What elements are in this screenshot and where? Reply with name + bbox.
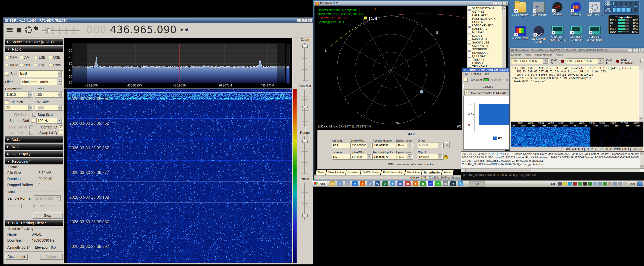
minimize-icon[interactable]: – bbox=[297, 18, 302, 22]
spectrum-canvas[interactable] bbox=[64, 38, 292, 88]
log-hscrollbar[interactable] bbox=[461, 168, 640, 172]
menu-item[interactable]: View bbox=[525, 53, 531, 56]
spectrum-display[interactable]: 0 -10 -20 -30 -40 -50 -60 436.960M 436.9… bbox=[64, 38, 292, 88]
satellite-list-item[interactable]: NASBSAT-2 bbox=[467, 27, 502, 31]
mode-radio[interactable]: CW bbox=[34, 63, 49, 67]
chevron-down-icon[interactable]: ▼ bbox=[57, 79, 62, 85]
log-vscrollbar[interactable]: ▲▼ bbox=[640, 152, 644, 169]
quick-launch-icon[interactable]: ● bbox=[360, 181, 365, 186]
azimuth-field[interactable]: 80.9 bbox=[332, 143, 350, 148]
satellite-checkbox[interactable] bbox=[468, 7, 471, 10]
scroll-up-icon[interactable]: ▲ bbox=[639, 66, 643, 70]
lockcarrier-checkbox[interactable] bbox=[29, 125, 33, 129]
mode-radio[interactable]: USB bbox=[49, 55, 63, 59]
desktop-icon[interactable]: ↗ CwGet bbox=[548, 2, 567, 22]
quick-launch-icon[interactable]: ✶ bbox=[413, 181, 418, 186]
satellite-checkbox[interactable] bbox=[468, 65, 471, 68]
satellite-list-item[interactable]: TRISAT-4 bbox=[467, 58, 502, 61]
waterfall-canvas[interactable] bbox=[64, 89, 292, 263]
satellite-checkbox[interactable] bbox=[468, 45, 471, 47]
satellite-list-item[interactable]: GALAPAGOS bbox=[467, 13, 502, 17]
quick-launch-icon[interactable]: W bbox=[375, 181, 380, 186]
panel-header-dde[interactable]: ▼DDE Tracking Client * bbox=[5, 220, 63, 226]
disconnect-button[interactable]: Disconnect bbox=[5, 254, 28, 260]
close-icon[interactable]: × bbox=[638, 48, 643, 52]
tray-icon[interactable] bbox=[558, 182, 562, 186]
swapiq-checkbox[interactable] bbox=[59, 131, 63, 135]
satellite-list-item[interactable]: MULE-4T bbox=[467, 30, 502, 34]
taskbar-clock[interactable]: 2:39 bbox=[630, 182, 635, 185]
satellite-list-item[interactable]: NASBSAT-1 bbox=[467, 37, 502, 41]
maximize-icon[interactable]: □ bbox=[633, 48, 638, 52]
desktop-icon[interactable]: ↗ Sat Network Client bbox=[530, 26, 548, 49]
dnlink-dropdown[interactable]: 436.965000▼ bbox=[350, 143, 373, 148]
bandwidth-spinner[interactable]: ▲▼ bbox=[28, 92, 32, 97]
soundmodem-waterfall[interactable] bbox=[511, 127, 643, 147]
log-lines[interactable]: 2026-03-30 23:39:34.201: HTTP/1.1 201 Cr… bbox=[462, 152, 639, 168]
stop-recording-button[interactable]: Stop bbox=[32, 212, 63, 219]
satellite-list-item[interactable]: CSTP-3.1 bbox=[467, 10, 502, 14]
waterfall-display[interactable]: 2026-03-30 23:39:55Z 2026-03-30 23:39:46… bbox=[64, 89, 292, 263]
mode-radio[interactable]: AM bbox=[20, 55, 34, 59]
bandwidth-field[interactable]: 11610▲▼ bbox=[5, 92, 33, 98]
panel-header[interactable]: ▶Audio bbox=[5, 136, 63, 143]
order-field[interactable]: 100▲▼ bbox=[35, 92, 63, 98]
desktop-icon[interactable]: ↗ Bias Tee ON bbox=[586, 2, 604, 22]
panel-header-radio[interactable]: ▼Radio bbox=[5, 46, 63, 52]
satellite-marker[interactable] bbox=[364, 17, 367, 19]
uplink-dropdown[interactable]: 145.000▼ bbox=[350, 154, 373, 160]
mode-radio[interactable]: RAW bbox=[49, 63, 63, 67]
start-button[interactable]: Пуск bbox=[313, 181, 327, 187]
tray-icon[interactable] bbox=[618, 182, 622, 186]
chevron-down-icon[interactable]: ▼ bbox=[408, 154, 412, 159]
satellite-checkbox[interactable] bbox=[468, 62, 471, 64]
scroll-down-icon[interactable]: ▼ bbox=[639, 117, 643, 121]
allow-transfer-checkbox[interactable]: ✓ bbox=[464, 91, 468, 95]
chevron-down-icon[interactable]: ▼ bbox=[438, 154, 442, 159]
desktop-icon[interactable]: ↗ GetKISS+ TU_Berlin bbox=[567, 26, 585, 49]
zoom-slider[interactable]: Zoom bbox=[298, 38, 312, 81]
tray-icon[interactable] bbox=[568, 182, 572, 186]
satellite-list-item[interactable]: QMR-KWT-2 bbox=[467, 44, 502, 48]
uplink-mode-dropdown[interactable]: FM-N▼ bbox=[396, 154, 413, 160]
quick-launch-icon[interactable]: ▤ bbox=[337, 181, 343, 186]
squelch-field[interactable]: 55▲▼ bbox=[5, 105, 33, 111]
satellite-checkbox[interactable] bbox=[468, 17, 471, 20]
packet-monitor[interactable]: 1:Fm KK6HIT-6 To N6CP-1 <UI R Pid=CC Len… bbox=[511, 66, 639, 121]
orbitron-tab[interactable]: Rotor/Radio bbox=[421, 170, 442, 175]
tray-icon[interactable] bbox=[583, 182, 587, 186]
satellite-checkbox[interactable] bbox=[468, 55, 471, 58]
contrast-slider-thumb[interactable] bbox=[302, 106, 308, 108]
offset-slider-thumb[interactable] bbox=[302, 214, 308, 217]
satellite-checkbox[interactable] bbox=[468, 48, 471, 51]
snap-checkbox[interactable] bbox=[31, 119, 35, 123]
tray-icon[interactable] bbox=[623, 182, 627, 186]
satellite-checkbox[interactable] bbox=[468, 10, 471, 13]
mode-radio[interactable]: LSB bbox=[34, 55, 49, 59]
mode-radio[interactable]: DSB bbox=[20, 63, 34, 67]
getkiss-tab[interactable]: GetKISS bbox=[463, 84, 513, 90]
dcd-threshold-slider[interactable] bbox=[640, 59, 643, 63]
orbitron-tab[interactable]: Prediction bbox=[405, 170, 422, 175]
monitor-scrollbar[interactable]: ▲▼ bbox=[639, 66, 643, 121]
satellite-checkbox[interactable] bbox=[468, 34, 471, 37]
contrast-slider[interactable]: Contrast bbox=[298, 84, 312, 127]
satellite-checkbox[interactable] bbox=[468, 58, 471, 61]
chevron-down-icon[interactable]: ▼ bbox=[598, 59, 602, 64]
zoom-slider-thumb[interactable] bbox=[302, 45, 308, 48]
shift-checkbox[interactable]: ✓ bbox=[5, 72, 9, 76]
tray-icon[interactable] bbox=[563, 182, 567, 186]
menu-item[interactable]: File bbox=[463, 72, 468, 75]
audio-checkbox[interactable]: ✓ bbox=[18, 204, 22, 208]
menu-item[interactable]: Settings bbox=[511, 53, 521, 56]
desktop-icon[interactable]: ↗ GetKISS+ U_Wurzburg bbox=[586, 26, 604, 49]
satellite-checkbox[interactable] bbox=[468, 31, 471, 33]
menu-item[interactable]: Options bbox=[471, 72, 481, 75]
fmstereo-checkbox[interactable] bbox=[32, 113, 36, 117]
menu-item[interactable]: Info bbox=[485, 72, 489, 75]
show-desktop-icon[interactable] bbox=[637, 182, 642, 186]
maximize-icon[interactable]: □ bbox=[498, 2, 502, 5]
cwshift-spinner[interactable]: ▲▼ bbox=[58, 105, 62, 110]
range-slider[interactable]: Range bbox=[298, 131, 312, 174]
menu-item[interactable]: Clear monitor bbox=[535, 53, 552, 56]
